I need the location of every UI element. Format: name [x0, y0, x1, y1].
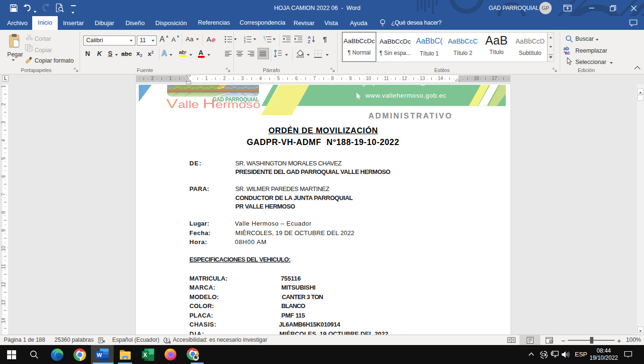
svg-text:11: 11 [384, 76, 389, 81]
svg-text:4: 4 [1, 139, 6, 142]
svg-text:6: 6 [295, 76, 298, 81]
svg-text:1: 1 [1, 85, 6, 88]
svg-text:13: 13 [420, 76, 425, 81]
svg-text:12: 12 [402, 76, 407, 81]
svg-text:2: 2 [151, 76, 154, 81]
svg-text:8: 8 [331, 76, 334, 81]
svg-text:8: 8 [1, 211, 6, 214]
svg-text:6: 6 [1, 175, 6, 178]
svg-text:5: 5 [1, 157, 6, 160]
svg-text:7: 7 [1, 193, 6, 196]
svg-text:2: 2 [223, 76, 226, 81]
svg-text:10: 10 [1, 246, 6, 251]
svg-text:7: 7 [313, 76, 316, 81]
svg-text:11: 11 [1, 264, 6, 269]
svg-text:13: 13 [1, 300, 6, 305]
svg-text:4: 4 [259, 76, 262, 81]
svg-text:5: 5 [277, 76, 280, 81]
svg-text:10: 10 [366, 76, 371, 81]
svg-text:16: 16 [474, 76, 479, 81]
svg-text:12: 12 [1, 282, 6, 287]
svg-text:3: 3 [241, 76, 244, 81]
svg-text:9: 9 [1, 229, 6, 232]
svg-text:1: 1 [205, 76, 208, 81]
svg-text:Z: Z [308, 39, 310, 43]
svg-text:14: 14 [1, 318, 6, 323]
svg-text:3: 3 [1, 121, 6, 124]
svg-text:2: 2 [1, 103, 6, 106]
svg-text:3: 3 [244, 40, 246, 43]
svg-text:i: i [265, 38, 265, 41]
svg-text:9: 9 [349, 76, 352, 81]
svg-text:1: 1 [169, 76, 172, 81]
svg-text:17: 17 [492, 76, 497, 81]
svg-text:14: 14 [438, 76, 443, 81]
